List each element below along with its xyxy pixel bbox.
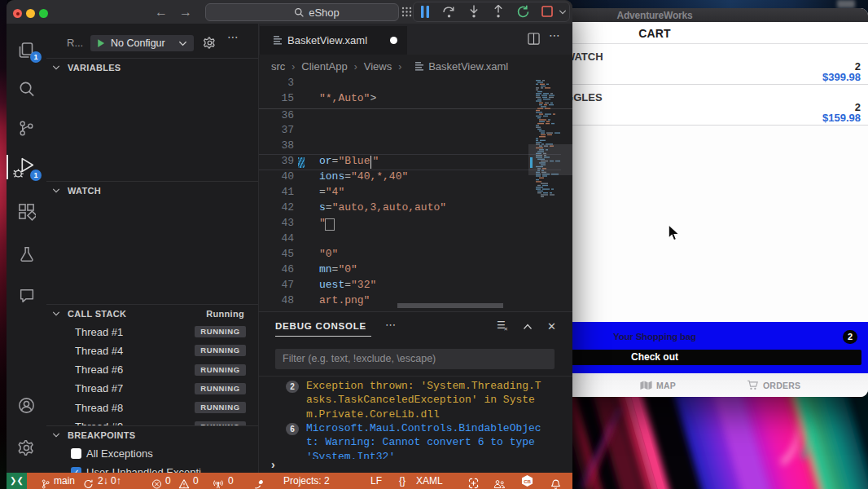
svg-text:CB: CB	[524, 479, 531, 484]
